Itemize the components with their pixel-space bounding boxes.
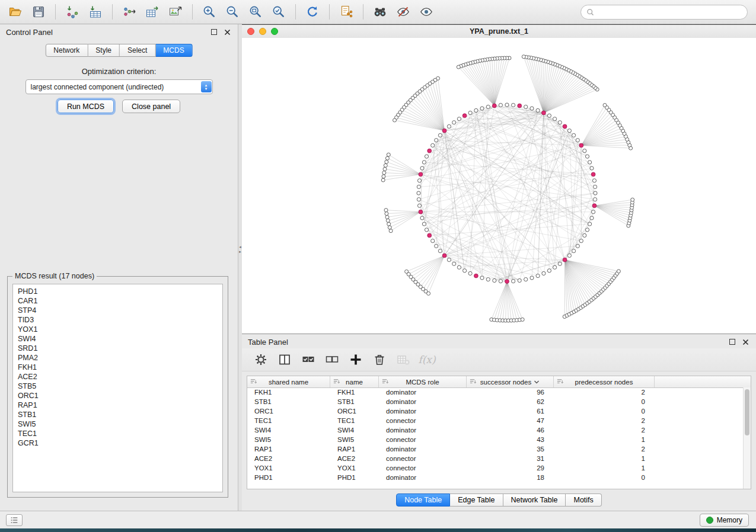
memory-button[interactable]: Memory [700, 514, 749, 527]
table-row[interactable]: RAP1RAP1dominator352 [247, 444, 744, 454]
table-row[interactable]: FKH1FKH1dominator962 [247, 387, 744, 397]
mcds-result-item[interactable]: PMA2 [18, 353, 222, 363]
tab-edge-table[interactable]: Edge Table [450, 493, 503, 507]
close-panel-button[interactable] [222, 27, 232, 37]
float-panel-button[interactable] [209, 27, 219, 37]
hide-selected-button[interactable] [393, 2, 414, 21]
network-canvas[interactable] [242, 38, 756, 334]
column-header-successor-nodes[interactable]: successor nodes [467, 376, 554, 387]
optimization-criterion-value: largest connected component (undirected) [26, 83, 201, 91]
close-icon [224, 29, 231, 36]
table-row[interactable]: ACE2ACE2connector311 [247, 454, 744, 463]
close-panel-action-button[interactable]: Close panel [122, 100, 180, 113]
select-all-button[interactable] [299, 351, 318, 368]
mcds-result-item[interactable]: TEC1 [18, 429, 222, 438]
network-graph-svg[interactable] [242, 38, 756, 334]
column-header-predecessor-nodes[interactable]: predecessor nodes [554, 376, 655, 387]
import-network-button[interactable] [62, 2, 83, 21]
mcds-result-item[interactable]: RAP1 [18, 400, 222, 410]
minimize-window-icon[interactable] [259, 28, 266, 35]
zoom-selected-button[interactable] [268, 2, 289, 21]
mcds-result-item[interactable]: GCR1 [18, 438, 222, 448]
search-field[interactable] [580, 5, 748, 20]
show-columns-button[interactable] [275, 351, 294, 368]
import-table-button[interactable] [85, 2, 106, 21]
save-button[interactable] [28, 2, 49, 21]
deselect-all-button[interactable] [323, 351, 342, 368]
add-column-button[interactable] [346, 351, 365, 368]
cell: 1 [554, 464, 655, 472]
zoom-window-icon[interactable] [271, 28, 278, 35]
float-table-panel-button[interactable] [728, 337, 737, 347]
toolbar-separator [363, 4, 363, 20]
mcds-result-item[interactable]: YOX1 [18, 325, 222, 334]
tab-motifs[interactable]: Motifs [566, 493, 601, 507]
zoom-out-icon [225, 5, 240, 19]
table-row[interactable]: STB1STB1dominator620 [247, 397, 744, 406]
select-all-icon [301, 352, 315, 367]
show-panels-button[interactable] [6, 514, 23, 526]
mcds-result-item[interactable]: STP4 [18, 306, 222, 315]
vertical-scrollbar[interactable] [743, 387, 751, 489]
open-file-button[interactable] [5, 2, 26, 21]
table-row[interactable]: SWI4SWI4dominator462 [247, 425, 744, 435]
close-table-panel-button[interactable] [741, 337, 750, 347]
scrollbar-thumb[interactable] [745, 389, 749, 435]
cell: 0 [554, 408, 655, 415]
mcds-result-item[interactable]: TID3 [18, 315, 222, 325]
table-header-row: shared namenameMCDS rolesuccessor nodesp… [247, 376, 751, 388]
column-header-shared-name[interactable]: shared name [247, 376, 330, 387]
zoom-in-button[interactable] [199, 2, 220, 21]
close-window-icon[interactable] [247, 28, 254, 35]
mcds-result-item[interactable]: STB1 [18, 410, 222, 419]
cell: connector [379, 417, 467, 424]
tab-network-table[interactable]: Network Table [503, 493, 566, 507]
find-button[interactable] [369, 2, 391, 21]
network-window-titlebar[interactable]: YPA_prune.txt_1 [242, 25, 756, 39]
cell: 2 [554, 417, 655, 424]
control-panel: Control Panel NetworkStyleSelectMCDS Opt… [0, 24, 238, 511]
refresh-button[interactable] [302, 2, 323, 21]
mcds-result-item[interactable]: FKH1 [18, 363, 222, 372]
main-toolbar [0, 0, 756, 24]
table-row[interactable]: SWI5SWI5connector431 [247, 435, 744, 444]
tab-select[interactable]: Select [120, 44, 155, 57]
tab-mcds[interactable]: MCDS [155, 44, 192, 57]
delete-columns-button[interactable] [370, 351, 389, 368]
search-input[interactable] [597, 8, 747, 17]
function-builder-button: f(x) [417, 351, 436, 368]
table-row[interactable]: PHD1PHD1dominator180 [247, 473, 744, 482]
table-row[interactable]: YOX1YOX1connector291 [247, 463, 744, 473]
mcds-result-item[interactable]: CAR1 [18, 296, 222, 306]
export-table-button[interactable] [142, 2, 163, 21]
mcds-result-item[interactable]: SRD1 [18, 344, 222, 353]
table-row[interactable]: ORC1ORC1dominator610 [247, 406, 744, 416]
mcds-result-item[interactable]: PHD1 [18, 287, 222, 296]
show-all-button[interactable] [416, 2, 437, 21]
export-network-button[interactable] [119, 2, 140, 21]
mcds-result-item[interactable]: SWI4 [18, 334, 222, 344]
run-mcds-button[interactable]: Run MCDS [58, 100, 114, 113]
zoom-out-button[interactable] [222, 2, 243, 21]
optimization-criterion-select[interactable]: largest connected component (undirected)… [25, 79, 213, 94]
cell: 2 [554, 446, 655, 453]
memory-label: Memory [717, 516, 742, 524]
tab-style[interactable]: Style [88, 44, 120, 57]
mcds-result-item[interactable]: STB5 [18, 382, 222, 391]
column-header-name[interactable]: name [330, 376, 379, 387]
table-panel-header: Table Panel [242, 334, 756, 350]
settings-gear-button[interactable] [251, 351, 270, 368]
export-image-button[interactable] [165, 2, 186, 21]
tab-network[interactable]: Network [45, 44, 88, 57]
zoom-fit-button[interactable] [245, 2, 266, 21]
mcds-result-list[interactable]: PHD1CAR1STP4TID3YOX1SWI4SRD1PMA2FKH1ACE2… [12, 284, 223, 492]
mcds-result-item[interactable]: ORC1 [18, 391, 222, 400]
tab-node-table[interactable]: Node Table [396, 493, 450, 507]
window-traffic-lights [247, 28, 278, 35]
mcds-result-item[interactable]: ACE2 [18, 372, 222, 382]
clone-network-button[interactable] [336, 2, 357, 21]
column-header-MCDS-role[interactable]: MCDS role [379, 376, 467, 387]
mcds-result-item[interactable]: SWI5 [18, 419, 222, 429]
table-row[interactable]: TEC1TEC1connector472 [247, 416, 744, 425]
cell: 62 [467, 398, 554, 405]
